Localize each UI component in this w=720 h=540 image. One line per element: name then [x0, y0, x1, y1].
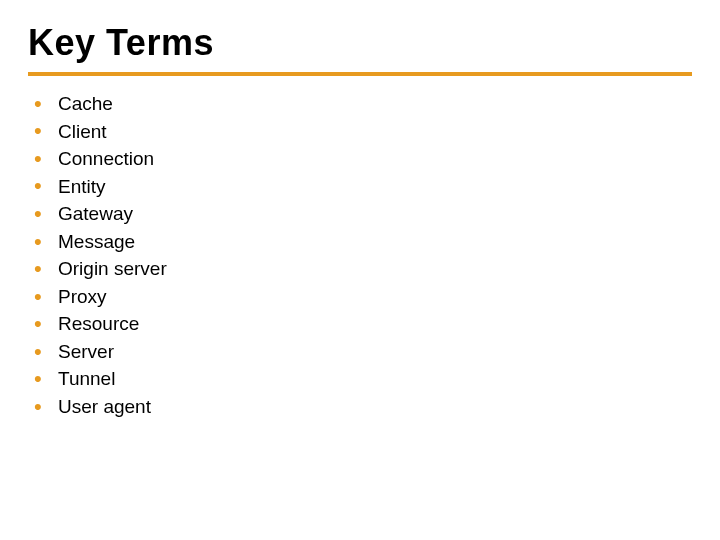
bullet-icon: •: [28, 396, 58, 418]
list-item: • Proxy: [28, 283, 692, 311]
list-item-label: Client: [58, 118, 107, 146]
bullet-icon: •: [28, 368, 58, 390]
bullet-icon: •: [28, 93, 58, 115]
list-item-label: Tunnel: [58, 365, 115, 393]
list-item: • Client: [28, 118, 692, 146]
list-item-label: Origin server: [58, 255, 167, 283]
bullet-icon: •: [28, 258, 58, 280]
terms-list: • Cache • Client • Connection • Entity •…: [28, 90, 692, 421]
list-item-label: Connection: [58, 145, 154, 173]
list-item-label: Server: [58, 338, 114, 366]
list-item-label: Entity: [58, 173, 106, 201]
list-item: • Entity: [28, 173, 692, 201]
slide: Key Terms • Cache • Client • Connection …: [0, 0, 720, 540]
bullet-icon: •: [28, 175, 58, 197]
list-item: • Cache: [28, 90, 692, 118]
list-item-label: Cache: [58, 90, 113, 118]
list-item: • Tunnel: [28, 365, 692, 393]
list-item: • Server: [28, 338, 692, 366]
slide-title: Key Terms: [28, 22, 692, 64]
list-item: • Resource: [28, 310, 692, 338]
list-item-label: Resource: [58, 310, 139, 338]
list-item: • Gateway: [28, 200, 692, 228]
list-item-label: User agent: [58, 393, 151, 421]
bullet-icon: •: [28, 341, 58, 363]
bullet-icon: •: [28, 313, 58, 335]
bullet-icon: •: [28, 286, 58, 308]
list-item: • Connection: [28, 145, 692, 173]
bullet-icon: •: [28, 148, 58, 170]
bullet-icon: •: [28, 120, 58, 142]
title-divider: [28, 72, 692, 76]
bullet-icon: •: [28, 203, 58, 225]
list-item: • Origin server: [28, 255, 692, 283]
list-item-label: Message: [58, 228, 135, 256]
list-item-label: Gateway: [58, 200, 133, 228]
list-item-label: Proxy: [58, 283, 107, 311]
list-item: • User agent: [28, 393, 692, 421]
list-item: • Message: [28, 228, 692, 256]
bullet-icon: •: [28, 231, 58, 253]
